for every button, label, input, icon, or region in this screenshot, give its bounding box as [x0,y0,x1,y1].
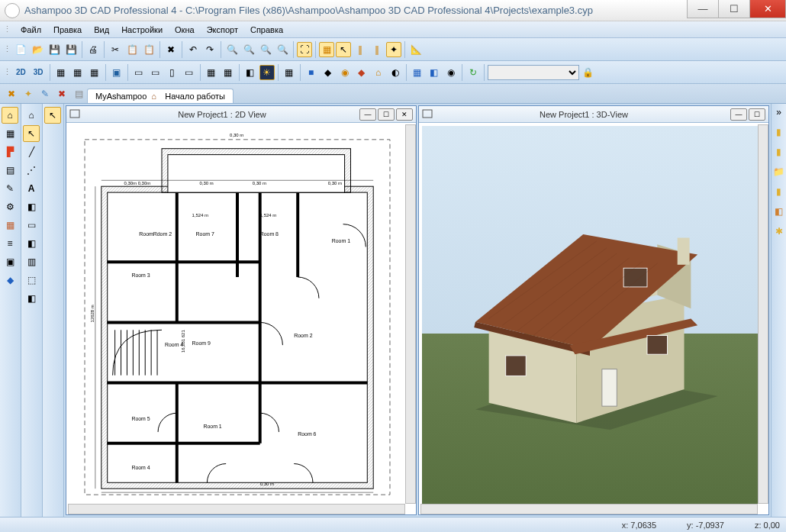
tab-tool-close-icon[interactable]: ✖ [55,87,69,101]
copy-button[interactable]: 📋 [124,42,140,57]
misc8-button[interactable]: ◉ [443,65,459,80]
new-button[interactable]: 📄 [13,42,28,57]
p1-flag-icon[interactable]: ▛ [2,143,18,160]
p1-fence-icon[interactable]: ≡ [2,235,18,252]
win-arrange-button[interactable]: ▭ [182,65,197,80]
view-2d-min-button[interactable]: — [359,108,376,121]
layer-select[interactable] [488,65,579,80]
tab-myashampoo[interactable]: MyAshampoo ⌂ Начало работы [87,89,234,103]
paste-button[interactable]: 📋 [141,42,156,57]
save-button[interactable]: 💾 [47,42,62,57]
guide-button[interactable]: ‖ [369,42,385,57]
render-button[interactable]: ☀ [259,65,275,80]
p2-iso-icon[interactable]: ◧ [23,290,40,307]
view-3d-max-button[interactable]: ☐ [749,108,765,121]
zoom-region-button[interactable]: 🔍 [275,42,290,57]
menu-help[interactable]: Справка [244,24,289,36]
p2-text-icon[interactable]: A [23,180,40,197]
p2-pers-icon[interactable]: ⬚ [23,272,40,289]
tab-tool-doc-icon[interactable]: ▤ [72,87,85,101]
floorplan[interactable]: Room 1 RoomRdom 2 Room 3 Room 7 Room 8 R… [69,126,405,504]
select-button[interactable]: ↖ [336,42,351,57]
view-2d-content[interactable]: Room 1 RoomRdom 2 Room 3 Room 7 Room 8 R… [66,123,416,514]
view-3d-content[interactable] [419,123,768,514]
p1-text-icon[interactable]: ✎ [2,180,18,197]
misc7-button[interactable]: ◧ [427,65,442,80]
p2-obj-icon[interactable]: ◧ [23,235,40,252]
p1-cube-icon[interactable]: ◆ [2,272,18,289]
undo-button[interactable]: ↶ [185,42,201,57]
scrollbar-v-2d[interactable] [405,124,416,504]
rb-chevron-icon[interactable]: » [773,107,785,122]
p2-wall-icon[interactable]: ▭ [23,217,40,234]
rb-folder-icon[interactable]: 📁 [773,166,785,182]
layer2-button[interactable]: ▦ [70,65,85,80]
view-3d-titlebar[interactable]: New Project1 : 3D-View — ☐ [419,106,768,123]
win-tile-h-button[interactable]: ▭ [148,65,163,80]
scrollbar-v-3d[interactable] [758,124,768,504]
p1-house-icon[interactable]: ⌂ [2,107,18,124]
mode-2d-button[interactable]: 2D [13,66,29,78]
color-button[interactable]: ▦ [282,65,297,80]
menu-file[interactable]: Файл [14,24,47,36]
redo-button[interactable]: ↷ [202,42,217,57]
save-all-button[interactable]: 💾 [63,42,79,57]
menu-edit[interactable]: Правка [47,24,88,36]
misc1-button[interactable]: ◆ [321,65,336,80]
win-cascade-button[interactable]: ▭ [131,65,147,80]
tab-tool-wand-icon[interactable]: ✦ [21,87,35,101]
view-2d-close-button[interactable]: ✕ [396,108,413,121]
zoom-fit-button[interactable]: 🔍 [258,42,273,57]
misc4-button[interactable]: ⌂ [371,65,386,80]
tab-tool-brush-icon[interactable]: ✎ [38,87,52,101]
rb-note-icon[interactable]: ▮ [773,186,785,202]
misc5-button[interactable]: ◐ [388,65,403,80]
misc3-button[interactable]: ◆ [354,65,369,80]
fill-button[interactable]: ■ [304,65,319,80]
p2-section-icon[interactable]: ▥ [23,253,40,270]
p2-house-icon[interactable]: ⌂ [23,107,40,124]
rb-cube-icon[interactable]: ◧ [773,206,785,221]
win-tile-v-button[interactable]: ▯ [165,65,180,80]
delete-button[interactable]: ✖ [163,42,179,57]
cut-button[interactable]: ✂ [108,42,123,57]
p2-dotline-icon[interactable]: ⋰ [23,162,40,179]
snap-button[interactable]: ✦ [386,42,401,57]
view-a-button[interactable]: ▦ [204,65,219,80]
scrollbar-h-2d[interactable] [68,504,405,514]
tab-tool-hammer-icon[interactable]: ✖ [5,87,18,101]
misc2-button[interactable]: ◉ [337,65,353,80]
zoom-in-button[interactable]: 🔍 [224,42,240,57]
p1-gear-icon[interactable]: ⚙ [2,198,18,215]
refresh-button[interactable]: ↻ [465,65,481,80]
layer-button[interactable]: ▦ [53,65,69,80]
menu-view[interactable]: Вид [88,24,115,36]
misc6-button[interactable]: ▦ [410,65,425,80]
lock-button[interactable]: 🔒 [581,65,596,80]
scrollbar-h-3d[interactable] [420,504,758,514]
zoom-out-button[interactable]: 🔍 [241,42,256,57]
open-button[interactable]: 📂 [30,42,45,57]
maximize-button[interactable]: ☐ [718,0,750,18]
p1-brick-icon[interactable]: ▦ [2,217,18,234]
mode-3d-button[interactable]: 3D [31,66,47,78]
grid-button[interactable]: ▦ [319,42,334,57]
ruler-button[interactable]: ‖ [353,42,368,57]
window-tool-button[interactable]: ▣ [109,65,124,80]
print-button[interactable]: 🖨 [85,42,101,57]
measure-button[interactable]: 📐 [408,42,424,57]
menu-windows[interactable]: Окна [169,24,201,36]
p2-line-icon[interactable]: ╱ [23,143,40,160]
view-b-button[interactable]: ▦ [221,65,236,80]
view-2d-max-button[interactable]: ☐ [378,108,395,121]
p2-arrow-icon[interactable]: ↖ [23,125,40,142]
p1-window-icon[interactable]: ▣ [2,253,18,270]
layer3-button[interactable]: ▦ [87,65,102,80]
view-3d-min-button[interactable]: — [730,108,747,121]
scene-3d[interactable] [422,126,758,504]
p2-3d-icon[interactable]: ◧ [23,198,40,215]
fullscreen-button[interactable]: ⛶ [297,42,312,57]
p1-stairs-icon[interactable]: ▤ [2,162,18,179]
cube-button[interactable]: ◧ [243,65,258,80]
view-2d-titlebar[interactable]: New Project1 : 2D View — ☐ ✕ [66,106,416,123]
